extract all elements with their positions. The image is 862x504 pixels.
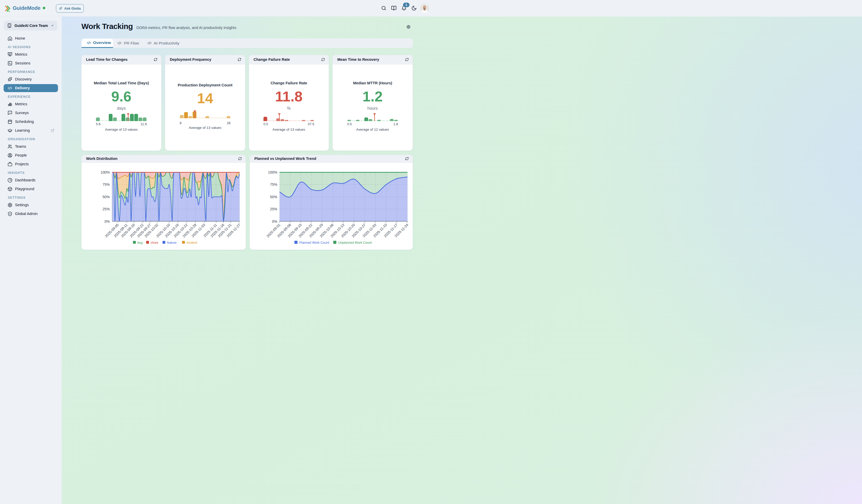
svg-text:feature: feature: [167, 241, 177, 244]
svg-text:Planned Work Count: Planned Work Count: [299, 241, 329, 244]
svg-text:50%: 50%: [270, 195, 277, 199]
svg-text:50%: 50%: [102, 195, 109, 199]
svg-text:100%: 100%: [268, 170, 277, 174]
svg-text:Unplanned Work Count: Unplanned Work Count: [338, 241, 372, 244]
svg-text:0%: 0%: [272, 219, 277, 223]
svg-text:25%: 25%: [102, 207, 109, 211]
svg-text:0%: 0%: [104, 219, 109, 223]
svg-text:incident: incident: [186, 241, 197, 244]
svg-text:bug: bug: [137, 241, 142, 244]
svg-text:75%: 75%: [102, 182, 109, 187]
svg-text:chore: chore: [151, 241, 158, 244]
svg-text:75%: 75%: [270, 182, 277, 187]
svg-text:25%: 25%: [270, 207, 277, 211]
svg-text:100%: 100%: [101, 170, 110, 174]
